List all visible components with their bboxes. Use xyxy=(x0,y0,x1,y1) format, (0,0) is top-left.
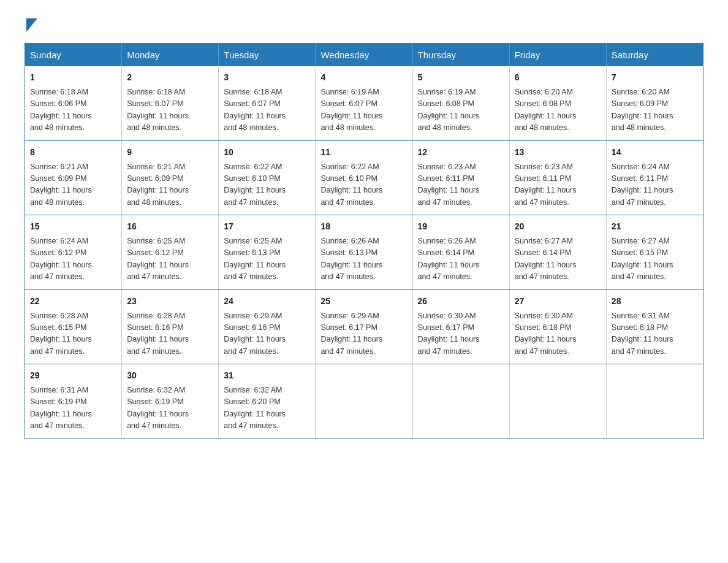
day-info: Sunrise: 6:18 AMSunset: 6:07 PMDaylight:… xyxy=(127,88,189,132)
day-info: Sunrise: 6:25 AMSunset: 6:13 PMDaylight:… xyxy=(224,237,286,281)
day-info: Sunrise: 6:20 AMSunset: 6:08 PMDaylight:… xyxy=(515,88,577,132)
calendar-cell: 16Sunrise: 6:25 AMSunset: 6:12 PMDayligh… xyxy=(122,215,219,290)
day-info: Sunrise: 6:32 AMSunset: 6:20 PMDaylight:… xyxy=(224,386,286,430)
day-number: 28 xyxy=(612,295,698,308)
day-number: 18 xyxy=(320,220,407,233)
day-info: Sunrise: 6:22 AMSunset: 6:10 PMDaylight:… xyxy=(224,163,286,207)
day-info: Sunrise: 6:30 AMSunset: 6:17 PMDaylight:… xyxy=(418,312,480,356)
day-number: 27 xyxy=(515,295,601,308)
day-info: Sunrise: 6:21 AMSunset: 6:09 PMDaylight:… xyxy=(30,163,92,207)
calendar-cell: 31Sunrise: 6:32 AMSunset: 6:20 PMDayligh… xyxy=(219,364,316,439)
day-info: Sunrise: 6:28 AMSunset: 6:15 PMDaylight:… xyxy=(30,312,92,356)
calendar-cell: 7Sunrise: 6:20 AMSunset: 6:09 PMDaylight… xyxy=(606,66,703,140)
day-number: 23 xyxy=(127,295,213,308)
day-number: 8 xyxy=(30,146,116,159)
day-number: 30 xyxy=(127,369,213,382)
calendar-cell: 30Sunrise: 6:32 AMSunset: 6:19 PMDayligh… xyxy=(122,364,219,439)
day-number: 25 xyxy=(320,295,407,308)
calendar-cell: 1Sunrise: 6:18 AMSunset: 6:06 PMDaylight… xyxy=(25,66,122,140)
day-info: Sunrise: 6:19 AMSunset: 6:08 PMDaylight:… xyxy=(418,88,480,132)
day-number: 14 xyxy=(612,146,698,159)
calendar-week-row: 29Sunrise: 6:31 AMSunset: 6:19 PMDayligh… xyxy=(25,364,703,439)
column-header-friday: Friday xyxy=(509,44,606,67)
calendar-cell: 6Sunrise: 6:20 AMSunset: 6:08 PMDaylight… xyxy=(509,66,606,140)
day-info: Sunrise: 6:27 AMSunset: 6:15 PMDaylight:… xyxy=(612,237,673,281)
day-number: 31 xyxy=(224,369,310,382)
day-number: 1 xyxy=(30,71,116,84)
day-info: Sunrise: 6:19 AMSunset: 6:07 PMDaylight:… xyxy=(320,88,382,132)
day-number: 5 xyxy=(418,71,504,84)
day-info: Sunrise: 6:24 AMSunset: 6:12 PMDaylight:… xyxy=(30,237,92,281)
calendar-cell: 12Sunrise: 6:23 AMSunset: 6:11 PMDayligh… xyxy=(412,140,509,215)
logo-triangle-icon xyxy=(26,18,37,32)
calendar-cell xyxy=(316,364,412,439)
day-number: 10 xyxy=(224,146,310,159)
day-number: 16 xyxy=(127,220,213,233)
day-info: Sunrise: 6:32 AMSunset: 6:19 PMDaylight:… xyxy=(127,386,189,430)
day-info: Sunrise: 6:26 AMSunset: 6:13 PMDaylight:… xyxy=(320,237,382,281)
column-header-sunday: Sunday xyxy=(25,44,122,67)
calendar-cell: 5Sunrise: 6:19 AMSunset: 6:08 PMDaylight… xyxy=(412,66,509,140)
calendar-cell: 15Sunrise: 6:24 AMSunset: 6:12 PMDayligh… xyxy=(25,215,122,290)
calendar-week-row: 15Sunrise: 6:24 AMSunset: 6:12 PMDayligh… xyxy=(25,215,703,290)
day-info: Sunrise: 6:18 AMSunset: 6:07 PMDaylight:… xyxy=(224,88,286,132)
day-number: 6 xyxy=(515,71,601,84)
calendar-cell: 22Sunrise: 6:28 AMSunset: 6:15 PMDayligh… xyxy=(25,289,122,364)
day-number: 4 xyxy=(320,71,407,84)
calendar-cell: 24Sunrise: 6:29 AMSunset: 6:16 PMDayligh… xyxy=(219,289,316,364)
calendar-week-row: 1Sunrise: 6:18 AMSunset: 6:06 PMDaylight… xyxy=(25,66,703,140)
calendar-cell xyxy=(606,364,703,439)
calendar-week-row: 8Sunrise: 6:21 AMSunset: 6:09 PMDaylight… xyxy=(25,140,703,215)
day-number: 3 xyxy=(224,71,310,84)
day-number: 13 xyxy=(515,146,601,159)
day-number: 12 xyxy=(418,146,504,159)
day-number: 21 xyxy=(612,220,698,233)
column-header-wednesday: Wednesday xyxy=(316,44,412,67)
calendar-cell: 29Sunrise: 6:31 AMSunset: 6:19 PMDayligh… xyxy=(25,364,122,439)
calendar-cell xyxy=(412,364,509,439)
calendar-cell: 18Sunrise: 6:26 AMSunset: 6:13 PMDayligh… xyxy=(316,215,412,290)
column-header-monday: Monday xyxy=(122,44,219,67)
day-info: Sunrise: 6:25 AMSunset: 6:12 PMDaylight:… xyxy=(127,237,189,281)
day-info: Sunrise: 6:22 AMSunset: 6:10 PMDaylight:… xyxy=(320,163,382,207)
calendar-cell: 2Sunrise: 6:18 AMSunset: 6:07 PMDaylight… xyxy=(122,66,219,140)
svg-marker-0 xyxy=(26,18,37,32)
day-info: Sunrise: 6:23 AMSunset: 6:11 PMDaylight:… xyxy=(418,163,480,207)
day-info: Sunrise: 6:18 AMSunset: 6:06 PMDaylight:… xyxy=(30,88,92,132)
day-number: 20 xyxy=(515,220,601,233)
calendar-cell: 3Sunrise: 6:18 AMSunset: 6:07 PMDaylight… xyxy=(219,66,316,140)
calendar-cell: 21Sunrise: 6:27 AMSunset: 6:15 PMDayligh… xyxy=(606,215,703,290)
calendar-cell: 23Sunrise: 6:28 AMSunset: 6:16 PMDayligh… xyxy=(122,289,219,364)
calendar-cell: 4Sunrise: 6:19 AMSunset: 6:07 PMDaylight… xyxy=(316,66,412,140)
day-number: 22 xyxy=(30,295,116,308)
calendar-cell: 11Sunrise: 6:22 AMSunset: 6:10 PMDayligh… xyxy=(316,140,412,215)
day-info: Sunrise: 6:20 AMSunset: 6:09 PMDaylight:… xyxy=(612,88,673,132)
day-number: 24 xyxy=(224,295,310,308)
day-info: Sunrise: 6:24 AMSunset: 6:11 PMDaylight:… xyxy=(612,163,673,207)
day-info: Sunrise: 6:31 AMSunset: 6:19 PMDaylight:… xyxy=(30,386,92,430)
day-info: Sunrise: 6:28 AMSunset: 6:16 PMDaylight:… xyxy=(127,312,189,356)
column-header-thursday: Thursday xyxy=(412,44,509,67)
day-number: 26 xyxy=(418,295,504,308)
day-number: 29 xyxy=(30,369,116,382)
calendar-cell: 14Sunrise: 6:24 AMSunset: 6:11 PMDayligh… xyxy=(606,140,703,215)
calendar-cell: 25Sunrise: 6:29 AMSunset: 6:17 PMDayligh… xyxy=(316,289,412,364)
calendar-table: SundayMondayTuesdayWednesdayThursdayFrid… xyxy=(25,43,703,439)
day-info: Sunrise: 6:31 AMSunset: 6:18 PMDaylight:… xyxy=(612,312,673,356)
calendar-cell: 27Sunrise: 6:30 AMSunset: 6:18 PMDayligh… xyxy=(509,289,606,364)
calendar-cell xyxy=(509,364,606,439)
calendar-cell: 8Sunrise: 6:21 AMSunset: 6:09 PMDaylight… xyxy=(25,140,122,215)
column-header-tuesday: Tuesday xyxy=(219,44,316,67)
calendar-week-row: 22Sunrise: 6:28 AMSunset: 6:15 PMDayligh… xyxy=(25,289,703,364)
logo xyxy=(25,18,37,31)
calendar-header-row: SundayMondayTuesdayWednesdayThursdayFrid… xyxy=(25,44,703,67)
day-number: 9 xyxy=(127,146,213,159)
day-info: Sunrise: 6:26 AMSunset: 6:14 PMDaylight:… xyxy=(418,237,480,281)
calendar-cell: 26Sunrise: 6:30 AMSunset: 6:17 PMDayligh… xyxy=(412,289,509,364)
calendar-cell: 17Sunrise: 6:25 AMSunset: 6:13 PMDayligh… xyxy=(219,215,316,290)
day-number: 2 xyxy=(127,71,213,84)
day-info: Sunrise: 6:23 AMSunset: 6:11 PMDaylight:… xyxy=(515,163,577,207)
calendar-cell: 28Sunrise: 6:31 AMSunset: 6:18 PMDayligh… xyxy=(606,289,703,364)
day-number: 7 xyxy=(612,71,698,84)
page-header xyxy=(25,18,703,31)
